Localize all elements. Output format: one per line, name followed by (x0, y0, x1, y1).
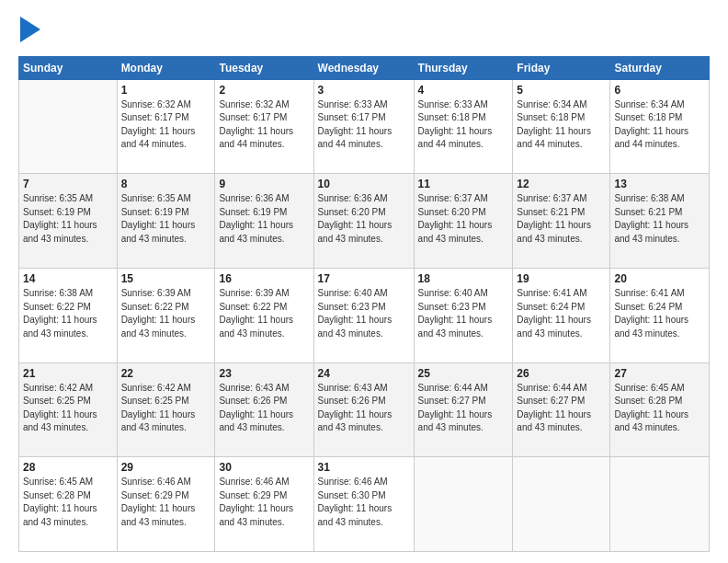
day-number: 3 (318, 84, 410, 97)
table-row: 1Sunrise: 6:32 AMSunset: 6:17 PMDaylight… (117, 79, 215, 174)
day-info: Sunrise: 6:41 AMSunset: 6:24 PMDaylight:… (517, 287, 606, 340)
day-number: 17 (318, 272, 410, 285)
day-info: Sunrise: 6:36 AMSunset: 6:19 PMDaylight:… (219, 192, 309, 246)
day-info: Sunrise: 6:42 AMSunset: 6:25 PMDaylight:… (23, 382, 113, 435)
day-number: 9 (219, 178, 309, 190)
day-info: Sunrise: 6:43 AMSunset: 6:26 PMDaylight:… (318, 382, 410, 435)
table-row: 23Sunrise: 6:43 AMSunset: 6:26 PMDayligh… (215, 362, 313, 457)
day-number: 18 (418, 272, 509, 285)
day-number: 28 (23, 461, 113, 474)
day-number: 8 (121, 178, 211, 190)
calendar-header-row: Sunday Monday Tuesday Wednesday Thursday… (19, 56, 710, 79)
day-number: 21 (23, 367, 113, 380)
day-number: 22 (121, 367, 211, 380)
day-info: Sunrise: 6:36 AMSunset: 6:20 PMDaylight:… (318, 192, 410, 246)
table-row: 12Sunrise: 6:37 AMSunset: 6:21 PMDayligh… (513, 174, 610, 269)
table-row: 17Sunrise: 6:40 AMSunset: 6:23 PMDayligh… (313, 269, 414, 363)
col-thursday: Thursday (414, 56, 513, 79)
day-number: 19 (517, 272, 606, 285)
day-info: Sunrise: 6:33 AMSunset: 6:17 PMDaylight:… (318, 98, 410, 152)
table-row: 26Sunrise: 6:44 AMSunset: 6:27 PMDayligh… (513, 362, 610, 457)
table-row: 21Sunrise: 6:42 AMSunset: 6:25 PMDayligh… (19, 362, 118, 457)
table-row: 14Sunrise: 6:38 AMSunset: 6:22 PMDayligh… (19, 269, 118, 363)
table-row: 27Sunrise: 6:45 AMSunset: 6:28 PMDayligh… (610, 362, 710, 457)
col-wednesday: Wednesday (313, 56, 414, 79)
logo-text (18, 17, 40, 47)
day-number: 4 (418, 84, 509, 97)
day-info: Sunrise: 6:46 AMSunset: 6:29 PMDaylight:… (121, 476, 211, 529)
day-info: Sunrise: 6:42 AMSunset: 6:25 PMDaylight:… (121, 382, 211, 435)
table-row: 22Sunrise: 6:42 AMSunset: 6:25 PMDayligh… (117, 362, 215, 457)
day-number: 7 (23, 178, 113, 190)
day-number: 14 (23, 272, 113, 285)
table-row: 3Sunrise: 6:33 AMSunset: 6:17 PMDaylight… (313, 79, 414, 174)
table-row: 29Sunrise: 6:46 AMSunset: 6:29 PMDayligh… (117, 457, 215, 552)
day-number: 25 (418, 367, 509, 380)
day-info: Sunrise: 6:46 AMSunset: 6:29 PMDaylight:… (219, 476, 309, 529)
day-info: Sunrise: 6:45 AMSunset: 6:28 PMDaylight:… (23, 476, 113, 529)
logo-triangle-icon (20, 17, 40, 42)
day-number: 6 (614, 84, 705, 97)
day-number: 2 (219, 84, 309, 97)
calendar-week-row: 21Sunrise: 6:42 AMSunset: 6:25 PMDayligh… (19, 362, 710, 457)
day-info: Sunrise: 6:35 AMSunset: 6:19 PMDaylight:… (23, 192, 113, 246)
calendar-week-row: 7Sunrise: 6:35 AMSunset: 6:19 PMDaylight… (19, 174, 710, 269)
day-info: Sunrise: 6:32 AMSunset: 6:17 PMDaylight:… (121, 98, 211, 152)
col-friday: Friday (513, 56, 610, 79)
col-saturday: Saturday (610, 56, 710, 79)
day-number: 16 (219, 272, 309, 285)
table-row (19, 79, 118, 174)
day-number: 11 (418, 178, 509, 190)
day-info: Sunrise: 6:39 AMSunset: 6:22 PMDaylight:… (121, 287, 211, 340)
day-info: Sunrise: 6:43 AMSunset: 6:26 PMDaylight:… (219, 382, 309, 435)
calendar-table: Sunday Monday Tuesday Wednesday Thursday… (18, 56, 710, 552)
table-row: 28Sunrise: 6:45 AMSunset: 6:28 PMDayligh… (19, 457, 118, 552)
calendar-week-row: 14Sunrise: 6:38 AMSunset: 6:22 PMDayligh… (19, 269, 710, 363)
table-row: 25Sunrise: 6:44 AMSunset: 6:27 PMDayligh… (414, 362, 513, 457)
table-row: 31Sunrise: 6:46 AMSunset: 6:30 PMDayligh… (313, 457, 414, 552)
table-row: 8Sunrise: 6:35 AMSunset: 6:19 PMDaylight… (117, 174, 215, 269)
day-number: 23 (219, 367, 309, 380)
col-monday: Monday (117, 56, 215, 79)
table-row: 7Sunrise: 6:35 AMSunset: 6:19 PMDaylight… (19, 174, 118, 269)
table-row: 2Sunrise: 6:32 AMSunset: 6:17 PMDaylight… (215, 79, 313, 174)
table-row: 5Sunrise: 6:34 AMSunset: 6:18 PMDaylight… (513, 79, 610, 174)
day-info: Sunrise: 6:38 AMSunset: 6:22 PMDaylight:… (23, 287, 113, 340)
day-number: 27 (614, 367, 705, 380)
day-number: 20 (614, 272, 705, 285)
day-info: Sunrise: 6:39 AMSunset: 6:22 PMDaylight:… (219, 287, 309, 340)
day-number: 24 (318, 367, 410, 380)
calendar-week-row: 1Sunrise: 6:32 AMSunset: 6:17 PMDaylight… (19, 79, 710, 174)
table-row: 24Sunrise: 6:43 AMSunset: 6:26 PMDayligh… (313, 362, 414, 457)
day-info: Sunrise: 6:40 AMSunset: 6:23 PMDaylight:… (418, 287, 509, 340)
table-row: 4Sunrise: 6:33 AMSunset: 6:18 PMDaylight… (414, 79, 513, 174)
day-info: Sunrise: 6:44 AMSunset: 6:27 PMDaylight:… (418, 382, 509, 435)
day-info: Sunrise: 6:44 AMSunset: 6:27 PMDaylight:… (517, 382, 606, 435)
svg-marker-0 (20, 17, 40, 42)
day-info: Sunrise: 6:40 AMSunset: 6:23 PMDaylight:… (318, 287, 410, 340)
day-number: 30 (219, 461, 309, 474)
table-row: 16Sunrise: 6:39 AMSunset: 6:22 PMDayligh… (215, 269, 313, 363)
day-info: Sunrise: 6:35 AMSunset: 6:19 PMDaylight:… (121, 192, 211, 246)
table-row (513, 457, 610, 552)
table-row: 30Sunrise: 6:46 AMSunset: 6:29 PMDayligh… (215, 457, 313, 552)
table-row: 9Sunrise: 6:36 AMSunset: 6:19 PMDaylight… (215, 174, 313, 269)
day-info: Sunrise: 6:38 AMSunset: 6:21 PMDaylight:… (614, 192, 705, 246)
day-info: Sunrise: 6:37 AMSunset: 6:20 PMDaylight:… (418, 192, 509, 246)
day-info: Sunrise: 6:45 AMSunset: 6:28 PMDaylight:… (614, 382, 705, 435)
day-info: Sunrise: 6:41 AMSunset: 6:24 PMDaylight:… (614, 287, 705, 340)
day-number: 13 (614, 178, 705, 190)
day-info: Sunrise: 6:46 AMSunset: 6:30 PMDaylight:… (318, 476, 410, 529)
day-number: 31 (318, 461, 410, 474)
day-info: Sunrise: 6:34 AMSunset: 6:18 PMDaylight:… (614, 98, 705, 152)
table-row: 18Sunrise: 6:40 AMSunset: 6:23 PMDayligh… (414, 269, 513, 363)
table-row (610, 457, 710, 552)
table-row: 10Sunrise: 6:36 AMSunset: 6:20 PMDayligh… (313, 174, 414, 269)
day-info: Sunrise: 6:33 AMSunset: 6:18 PMDaylight:… (418, 98, 509, 152)
table-row: 19Sunrise: 6:41 AMSunset: 6:24 PMDayligh… (513, 269, 610, 363)
day-info: Sunrise: 6:34 AMSunset: 6:18 PMDaylight:… (517, 98, 606, 152)
table-row: 6Sunrise: 6:34 AMSunset: 6:18 PMDaylight… (610, 79, 710, 174)
header (18, 17, 710, 47)
table-row: 15Sunrise: 6:39 AMSunset: 6:22 PMDayligh… (117, 269, 215, 363)
table-row: 11Sunrise: 6:37 AMSunset: 6:20 PMDayligh… (414, 174, 513, 269)
